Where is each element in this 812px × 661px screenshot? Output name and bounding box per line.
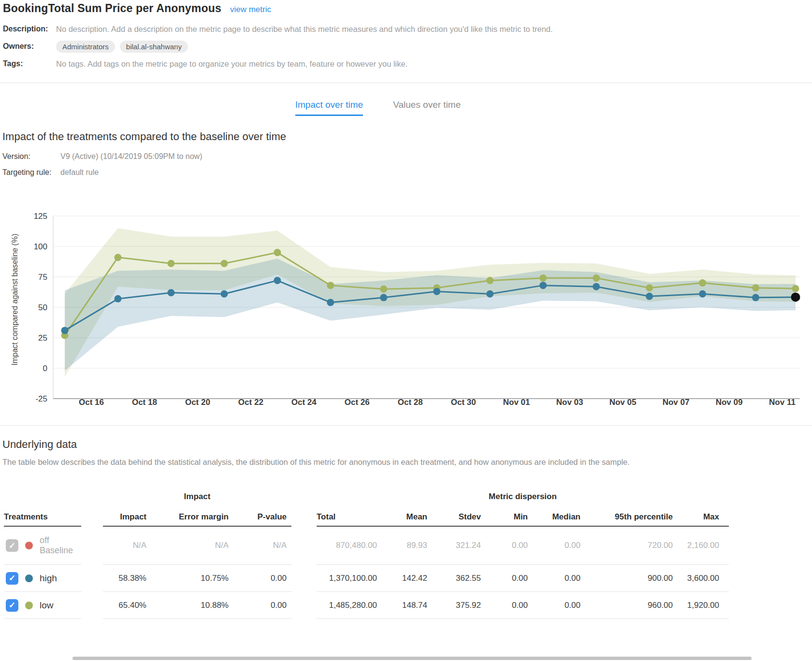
section-divider [0, 425, 812, 426]
x-axis-tick: Nov 03 [556, 398, 583, 407]
y-axis-tick: 75 [38, 273, 47, 282]
dispersion-cell: 0.00 [481, 574, 528, 583]
high-data-point[interactable] [380, 294, 387, 301]
x-axis-tick: Nov 05 [609, 398, 637, 407]
treatment-label-high: high [40, 573, 57, 583]
x-axis-tick: Oct 16 [79, 398, 104, 407]
low-data-point[interactable] [327, 282, 334, 289]
owners-row: Owners: Administratorsbilal.al-shahwany [3, 40, 812, 53]
high-data-point[interactable] [327, 299, 334, 306]
y-axis-tick: 25 [38, 333, 47, 343]
x-axis-tick: Oct 24 [291, 398, 317, 407]
column-header-mean: Mean [377, 512, 427, 522]
dispersion-cell: 0.00 [528, 574, 580, 583]
x-axis-tick: Nov 01 [503, 398, 530, 407]
treatment-row-high: ✓high [4, 565, 81, 592]
column-header-error-margin: Error margin [146, 512, 229, 522]
impact-cell: 0.00 [229, 601, 287, 610]
dispersion-group: Metric dispersion TotalMeanStdevMinMedia… [317, 488, 729, 619]
dispersion-cell: 720.00 [580, 541, 673, 550]
high-data-point[interactable] [699, 290, 706, 298]
version-info: Version: V9 (Active) (10/14/2019 05:09PM… [0, 150, 812, 179]
low-data-point[interactable] [114, 254, 121, 261]
page-title: BookingTotal Sum Price per Anonymous [3, 2, 221, 15]
y-axis-tick: 100 [34, 242, 47, 251]
underlying-data-table: Treatments ✓offBaseline✓high✓low Impact … [0, 488, 812, 633]
x-axis-tick: Oct 26 [345, 398, 370, 407]
dispersion-cell: 900.00 [580, 574, 673, 583]
impact-cell: 65.40% [103, 601, 146, 610]
impact-group: Impact ImpactError marginP-value N/AN/AN… [103, 488, 291, 619]
low-data-point[interactable] [752, 284, 759, 291]
treatment-color-dot-off [25, 542, 33, 549]
targeting-rule-label: Targeting rule: [2, 168, 60, 177]
high-data-point[interactable] [593, 283, 600, 290]
x-axis-tick: Oct 22 [238, 398, 263, 407]
low-data-point[interactable] [646, 284, 653, 291]
view-metric-link[interactable]: view metric [230, 5, 271, 14]
column-header-95th-percentile: 95th percentile [580, 512, 673, 522]
impact-section-title: Impact of the treatments compared to the… [2, 130, 812, 143]
high-data-point[interactable] [167, 289, 174, 296]
tab-bar: Impact over time Values over time [0, 83, 784, 116]
column-header-total: Total [317, 512, 377, 522]
y-axis-tick: 125 [34, 212, 47, 221]
column-header-median: Median [528, 512, 580, 522]
low-data-point[interactable] [792, 285, 799, 292]
column-header-stdev: Stdev [427, 512, 481, 522]
description-value: No description. Add a description on the… [56, 25, 553, 34]
dispersion-cell: 870,480.00 [317, 541, 377, 550]
treatment-checkbox-off[interactable]: ✓ [6, 539, 18, 552]
dispersion-cell: 0.00 [528, 601, 580, 610]
treatments-group-spacer [4, 488, 81, 505]
impact-row-high: 58.38%10.75%0.00 [103, 565, 291, 592]
targeting-rule-row: Targeting rule: default rule [2, 166, 812, 179]
impact-cell: N/A [146, 541, 229, 550]
column-header-max: Max [673, 512, 719, 522]
high-data-point[interactable] [114, 295, 121, 302]
dispersion-cell: 2,160.00 [673, 541, 719, 550]
low-data-point[interactable] [274, 249, 281, 256]
impact-chart: 1251007550250-25Oct 16Oct 18Oct 20Oct 22… [0, 208, 812, 417]
dispersion-group-header: Metric dispersion [317, 488, 729, 505]
low-data-point[interactable] [220, 260, 228, 267]
version-value: V9 (Active) (10/14/2019 05:09PM to now) [60, 152, 203, 161]
treatment-label-off: offBaseline [40, 535, 73, 556]
high-data-point[interactable] [433, 288, 440, 295]
low-data-point[interactable] [593, 274, 600, 282]
owners-pills: Administratorsbilal.al-shahwany [56, 41, 193, 53]
dispersion-row-low: 1,485,280.00148.74375.920.000.00960.001,… [317, 592, 729, 619]
dispersion-cell: 1,920.00 [673, 601, 719, 610]
tab-values-over-time[interactable]: Values over time [393, 100, 461, 116]
tags-row: Tags: No tags. Add tags on the metric pa… [3, 57, 812, 71]
dispersion-cell: 1,370,100.00 [317, 574, 377, 583]
treatment-checkbox-high[interactable]: ✓ [6, 572, 18, 585]
high-data-point[interactable] [752, 294, 759, 301]
description-row: Description: No description. Add a descr… [3, 22, 812, 36]
dispersion-cell: 362.55 [427, 574, 481, 583]
low-data-point[interactable] [167, 260, 174, 267]
low-data-point[interactable] [380, 286, 387, 293]
low-data-point[interactable] [699, 279, 706, 287]
treatment-checkbox-low[interactable]: ✓ [6, 599, 18, 612]
dispersion-cell: 3,600.00 [673, 574, 719, 583]
description-label: Description: [3, 25, 56, 33]
current-point-marker[interactable] [791, 292, 800, 302]
low-data-point[interactable] [486, 277, 493, 284]
column-header-impact: Impact [103, 512, 146, 522]
impact-over-time-chart[interactable]: 1251007550250-25Oct 16Oct 18Oct 20Oct 22… [0, 208, 812, 416]
impact-cell: 10.75% [146, 574, 229, 583]
tab-impact-over-time[interactable]: Impact over time [295, 100, 363, 116]
metric-details-page: BookingTotal Sum Price per Anonymous vie… [0, 0, 812, 661]
high-data-point[interactable] [61, 327, 69, 334]
high-data-point[interactable] [220, 290, 228, 298]
high-data-point[interactable] [274, 277, 281, 284]
high-data-point[interactable] [486, 290, 493, 298]
high-data-point[interactable] [646, 293, 653, 300]
owner-pill: Administrators [56, 41, 115, 53]
low-data-point[interactable] [539, 274, 547, 282]
high-data-point[interactable] [539, 282, 547, 289]
table-horizontal-scrollbar[interactable] [72, 657, 752, 660]
dispersion-row-high: 1,370,100.00142.42362.550.000.00900.003,… [317, 565, 729, 592]
y-axis-title: Impact compared against baseline (%) [11, 233, 19, 365]
